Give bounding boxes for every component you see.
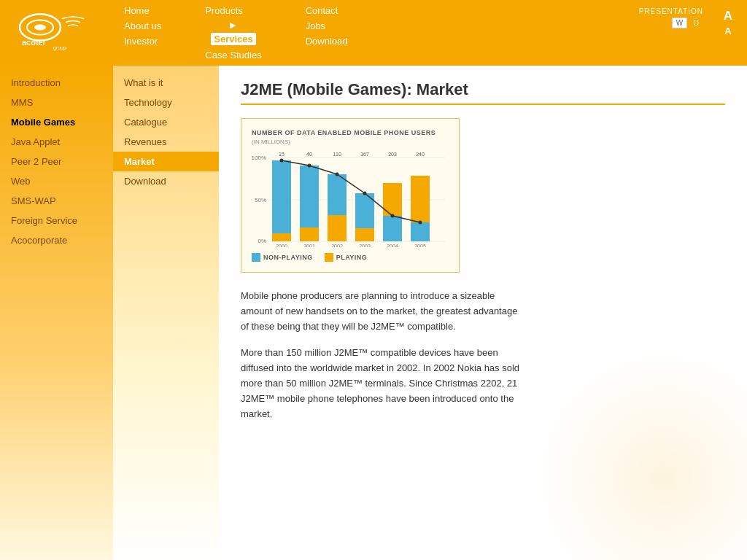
legend-label-playing: PLAYING [336, 254, 368, 261]
presentation-buttons: W O [672, 18, 703, 28]
chart-legend: NON-PLAYING PLAYING [252, 253, 449, 262]
sidebar-item-mobile-games[interactable]: Mobile Games [0, 112, 113, 132]
chart-container: NUMBER OF DATA ENABLED MOBILE PHONE USER… [241, 118, 460, 273]
logo: acotel group [15, 7, 95, 58]
sidebar-sub: What is it Technology Catalogue Revenues… [113, 66, 219, 560]
svg-point-39 [308, 164, 311, 168]
sidebar-item-peer2peer[interactable]: Peer 2 Peer [0, 152, 113, 171]
legend-color-playing [325, 253, 333, 262]
nav-col-1: Home About us Investor [124, 5, 161, 61]
legend-playing: PLAYING [325, 253, 368, 262]
svg-text:50%: 50% [255, 197, 266, 203]
svg-rect-15 [300, 166, 319, 234]
legend-color-non-playing [252, 253, 260, 262]
sidebar-item-introduction[interactable]: Introduction [0, 73, 113, 93]
svg-rect-11 [272, 160, 291, 236]
svg-text:2002: 2002 [331, 244, 343, 247]
svg-text:2000: 2000 [276, 244, 287, 247]
pres-btn-o[interactable]: O [689, 18, 703, 28]
font-increase-btn[interactable]: A [724, 7, 732, 25]
page-title: J2ME (Mobile Games): Market [241, 80, 725, 105]
svg-point-2 [34, 25, 46, 31]
svg-rect-30 [383, 216, 402, 241]
nav-col-3: Contact Jobs Download [306, 5, 348, 61]
sidebar-left: Introduction MMS Mobile Games Java Apple… [0, 66, 113, 560]
svg-text:2001: 2001 [303, 244, 315, 247]
body-paragraph-1: Mobile phone producers are planning to i… [241, 289, 525, 334]
svg-text:2005: 2005 [414, 244, 426, 247]
svg-text:100%: 100% [252, 155, 266, 161]
sidebar-item-web[interactable]: Web [0, 171, 113, 191]
svg-rect-20 [328, 215, 347, 241]
svg-text:0%: 0% [258, 238, 266, 244]
body-paragraph-2: More than 150 million J2ME™ compatible d… [241, 346, 525, 421]
svg-point-42 [391, 214, 395, 218]
svg-text:240: 240 [416, 152, 425, 157]
main-wrapper: Introduction MMS Mobile Games Java Apple… [0, 66, 747, 560]
presentation-block: PRESENTATION W O [639, 7, 703, 28]
svg-point-40 [336, 173, 339, 176]
svg-text:110: 110 [333, 152, 341, 157]
nav-jobs[interactable]: Jobs [306, 20, 348, 31]
svg-text:2004: 2004 [387, 244, 398, 247]
nav-services-arrow: ▶ [230, 20, 236, 30]
nav-products[interactable]: Products [205, 5, 261, 16]
legend-non-playing: NON-PLAYING [252, 253, 313, 262]
legend-label-non-playing: NON-PLAYING [263, 254, 313, 261]
nav-about[interactable]: About us [124, 20, 161, 31]
nav-col-2: Products ▶ Services Case Studies [205, 5, 261, 61]
sub-sidebar-market[interactable]: Market [113, 152, 219, 171]
sidebar-item-acocorporate[interactable]: Acocorporate [0, 230, 113, 250]
svg-rect-16 [300, 228, 319, 241]
sub-sidebar-revenues[interactable]: Revenues [113, 132, 219, 152]
chart-subtitle: (IN MILLIONS) [252, 139, 449, 145]
sidebar-item-foreign-service[interactable]: Foreign Service [0, 211, 113, 230]
svg-text:acotel: acotel [22, 38, 45, 47]
sub-sidebar-catalogue[interactable]: Catalogue [113, 112, 219, 132]
header: acotel group Home About us Investor Prod… [0, 0, 747, 66]
chart-area: 100% 50% 0% 15 2000 [252, 152, 449, 247]
sub-sidebar-technology[interactable]: Technology [113, 93, 219, 112]
nav-home[interactable]: Home [124, 5, 161, 16]
presentation-label: PRESENTATION [639, 7, 703, 15]
nav-services[interactable]: ▶ Services [205, 20, 261, 45]
font-size-controls: A A [724, 7, 732, 38]
svg-text:167: 167 [360, 152, 369, 157]
sidebar-item-java-applet[interactable]: Java Applet [0, 132, 113, 152]
svg-point-43 [419, 221, 422, 225]
svg-rect-35 [411, 222, 430, 241]
svg-text:2003: 2003 [359, 244, 371, 247]
svg-text:40: 40 [306, 152, 312, 157]
sidebar-item-sms-wap[interactable]: SMS-WAP [0, 191, 113, 211]
nav-case-studies[interactable]: Case Studies [205, 50, 261, 61]
chart-title: NUMBER OF DATA ENABLED MOBILE PHONE USER… [252, 129, 449, 136]
nav-contact[interactable]: Contact [306, 5, 348, 16]
svg-text:203: 203 [388, 152, 397, 157]
svg-point-41 [363, 192, 367, 195]
svg-point-38 [280, 159, 284, 163]
font-decrease-btn[interactable]: A [724, 25, 731, 38]
pres-btn-w[interactable]: W [672, 18, 687, 28]
svg-rect-12 [272, 233, 291, 241]
nav-download-header[interactable]: Download [306, 36, 348, 47]
sub-sidebar-download[interactable]: Download [113, 171, 219, 191]
svg-text:group: group [53, 45, 66, 51]
sidebar-item-mms[interactable]: MMS [0, 93, 113, 112]
nav-investor[interactable]: Investor [124, 36, 161, 47]
content-area: J2ME (Mobile Games): Market NUMBER OF DA… [219, 66, 747, 560]
svg-text:15: 15 [279, 152, 285, 157]
sub-sidebar-what[interactable]: What is it [113, 73, 219, 93]
